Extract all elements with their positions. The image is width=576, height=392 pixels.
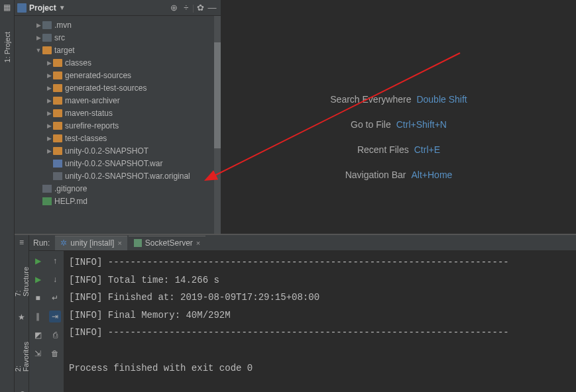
welcome-shortcut: Double Shift: [416, 94, 467, 105]
chevron-right-icon[interactable]: ▶: [45, 85, 53, 91]
chevron-right-icon[interactable]: ▶: [34, 34, 42, 41]
tree-node-label: HELP.md: [54, 197, 87, 206]
run-body: Run: ✲ unity [install] × SocketServer × …: [29, 235, 576, 392]
print-icon[interactable]: ⎙: [49, 329, 61, 341]
tree-node-label: classes: [65, 58, 91, 68]
star-icon[interactable]: ★: [18, 313, 25, 322]
file-icon: [42, 185, 52, 193]
server-icon: [134, 239, 142, 247]
tree-node[interactable]: ▼target: [15, 44, 221, 56]
tree-node[interactable]: ▶unity-0.0.2-SNAPSHOT: [15, 144, 221, 157]
softwrap-icon[interactable]: ↵: [49, 292, 61, 304]
pin-icon[interactable]: ∥: [32, 311, 44, 322]
run-content: ▶ ▶ ■ ∥ ◩ ⇲ ↑ ↓ ↵ ⇥ ⎙ 🗑 [INFO] ---------…: [29, 251, 576, 392]
chevron-right-icon[interactable]: ▶: [45, 60, 53, 66]
trash-icon[interactable]: 🗑: [49, 348, 61, 360]
camera-icon[interactable]: ◩: [32, 329, 44, 341]
tree-node-label: generated-sources: [65, 71, 131, 80]
welcome-label: Navigation Bar: [345, 170, 406, 180]
down-icon[interactable]: ↓: [49, 273, 61, 285]
tree-node[interactable]: ▶surefire-reports: [15, 119, 221, 132]
chevron-right-icon[interactable]: ▶: [45, 110, 53, 117]
folder-icon: [53, 122, 62, 130]
tree-node[interactable]: HELP.md: [15, 195, 221, 207]
tree-node[interactable]: ▶classes: [15, 56, 221, 69]
tree-node-label: .gitignore: [54, 184, 87, 193]
tree-node-label: unity-0.0.2-SNAPSHOT.war.original: [65, 172, 190, 181]
scroll-end-icon[interactable]: ⇥: [49, 311, 61, 322]
tree-node[interactable]: ▶test-classes: [15, 132, 221, 144]
chevron-right-icon[interactable]: ▶: [45, 97, 53, 104]
run-tab-label: unity [install]: [70, 238, 114, 248]
folder-icon: [53, 84, 62, 92]
welcome-goto-file: Go to File Ctrl+Shift+N: [351, 119, 447, 130]
folder-icon: [53, 97, 62, 105]
chevron-right-icon[interactable]: ▶: [34, 22, 42, 28]
tree-node[interactable]: ▶.mvn: [15, 19, 221, 31]
run-panel: ≡ 7: Structure ★ 2: Favorites Web Run: ✲…: [15, 234, 576, 392]
console-output[interactable]: [INFO] ---------------------------------…: [64, 251, 576, 392]
welcome-shortcut: Ctrl+Shift+N: [396, 119, 447, 130]
tree-node-label: unity-0.0.2-SNAPSHOT.war: [65, 159, 162, 168]
tree-node[interactable]: ▶maven-archiver: [15, 94, 221, 107]
file-icon: [42, 197, 52, 205]
project-panel: Project ▼ ⊕ ÷ | ✿ — ▶.mvn▶src▼target▶cla…: [15, 0, 221, 234]
hide-icon[interactable]: —: [206, 2, 218, 14]
welcome-shortcut: Ctrl+E: [414, 144, 440, 155]
svg-line-1: [215, 53, 460, 175]
folder-icon: [42, 46, 52, 54]
tree-node[interactable]: ▶src: [15, 31, 221, 44]
project-title[interactable]: Project: [29, 3, 56, 13]
project-tree[interactable]: ▶.mvn▶src▼target▶classes▶generated-sourc…: [15, 16, 221, 234]
welcome-label: Go to File: [351, 119, 391, 130]
welcome-shortcut: Alt+Home: [411, 170, 452, 180]
collapse-icon[interactable]: ÷: [180, 2, 192, 14]
structure-icon[interactable]: ≡: [19, 238, 24, 247]
locate-icon[interactable]: ⊕: [168, 2, 180, 14]
tree-node-label: src: [54, 33, 65, 42]
tree-node-label: unity-0.0.2-SNAPSHOT: [65, 146, 148, 156]
chevron-down-icon[interactable]: ▼: [34, 47, 42, 54]
rerun-icon[interactable]: ▶: [32, 255, 44, 267]
stop-icon[interactable]: ■: [32, 292, 44, 304]
welcome-navigation-bar: Navigation Bar Alt+Home: [345, 170, 453, 180]
up-icon[interactable]: ↑: [49, 255, 61, 267]
run-gutter-2: ↑ ↓ ↵ ⇥ ⎙ 🗑: [46, 251, 64, 392]
tree-node-label: target: [54, 46, 75, 55]
run-down-icon[interactable]: ▶: [32, 273, 44, 285]
run-tab-unity[interactable]: ✲ unity [install] ×: [55, 236, 127, 250]
sidebar-tab-project[interactable]: 1: Project: [3, 32, 11, 62]
chevron-right-icon[interactable]: ▶: [45, 148, 53, 154]
run-header: Run: ✲ unity [install] × SocketServer ×: [29, 235, 576, 251]
tree-node[interactable]: ▶generated-test-sources: [15, 81, 221, 94]
tree-node[interactable]: .gitignore: [15, 182, 221, 195]
tree-node[interactable]: unity-0.0.2-SNAPSHOT.war: [15, 157, 221, 170]
folder-icon: [42, 34, 52, 42]
run-tab-socketserver[interactable]: SocketServer ×: [129, 236, 205, 250]
tree-node[interactable]: ▶maven-status: [15, 107, 221, 119]
close-icon[interactable]: ×: [196, 239, 200, 247]
chevron-down-icon[interactable]: ▼: [59, 4, 66, 11]
close-icon[interactable]: ×: [117, 239, 121, 247]
chevron-right-icon[interactable]: ▶: [45, 122, 53, 129]
upper-row: Project ▼ ⊕ ÷ | ✿ — ▶.mvn▶src▼target▶cla…: [15, 0, 576, 234]
run-left-stripe: ≡ 7: Structure ★ 2: Favorites Web: [15, 235, 29, 392]
chevron-right-icon[interactable]: ▶: [45, 135, 53, 142]
gear-icon[interactable]: ✿: [194, 2, 206, 14]
tree-node[interactable]: unity-0.0.2-SNAPSHOT.war.original: [15, 170, 221, 182]
tree-node[interactable]: ▶generated-sources: [15, 69, 221, 81]
folder-icon: [53, 109, 62, 117]
welcome-recent-files: Recent Files Ctrl+E: [357, 144, 440, 155]
project-header: Project ▼ ⊕ ÷ | ✿ —: [15, 0, 221, 16]
run-title: Run:: [33, 238, 50, 248]
export-icon[interactable]: ⇲: [32, 348, 44, 360]
run-gutter-left: ▶ ▶ ■ ∥ ◩ ⇲: [29, 251, 46, 392]
main-column: Project ▼ ⊕ ÷ | ✿ — ▶.mvn▶src▼target▶cla…: [15, 0, 576, 392]
tree-node-label: maven-archiver: [65, 96, 120, 105]
sidebar-tab-favorites[interactable]: 2: Favorites: [14, 342, 30, 371]
folder-icon: [53, 72, 62, 79]
project-icon[interactable]: ▦: [3, 3, 11, 12]
chevron-right-icon[interactable]: ▶: [45, 72, 53, 79]
sidebar-tab-structure[interactable]: 7: Structure: [14, 267, 30, 297]
gear-icon: ✲: [60, 238, 67, 248]
